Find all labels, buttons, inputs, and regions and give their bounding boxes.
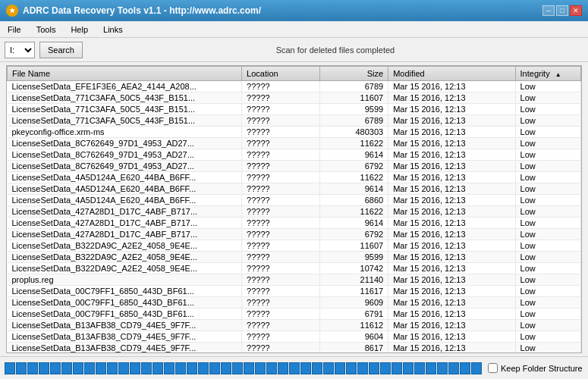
table-row[interactable]: LicenseSetData_B322DA9C_A2E2_4058_9E4E..… xyxy=(8,252,581,263)
progress-block xyxy=(5,362,15,374)
menu-file[interactable]: File xyxy=(3,24,26,35)
progress-block xyxy=(369,362,379,374)
progress-block xyxy=(27,362,38,374)
col-header-modified[interactable]: Modified xyxy=(388,67,515,81)
cell-size: 10742 xyxy=(320,263,388,274)
cell-size: 11622 xyxy=(320,172,388,183)
cell-location: ????? xyxy=(242,263,320,274)
table-row[interactable]: LicenseSetData_B13AFB38_CD79_44E5_9F7F..… xyxy=(8,343,581,354)
search-button[interactable]: Search xyxy=(39,42,83,58)
table-row[interactable]: LicenseSetData_427A28D1_D17C_4ABF_B717..… xyxy=(8,206,581,218)
cell-size: 8617 xyxy=(320,343,388,354)
cell-size: 6792 xyxy=(320,229,388,240)
table-row[interactable]: LicenseSetData_4A5D124A_E620_44BA_B6FF..… xyxy=(8,195,581,206)
col-header-size[interactable]: Size xyxy=(320,67,388,81)
table-row[interactable]: LicenseSetData_B322DA9C_A2E2_4058_9E4E..… xyxy=(8,263,581,274)
progress-block xyxy=(164,362,175,374)
table-row[interactable]: proplus.reg ????? 21140 Mar 15 2016, 12:… xyxy=(8,274,581,286)
table-row[interactable]: LicenseSetData_4A5D124A_E620_44BA_B6FF..… xyxy=(8,172,581,183)
cell-integrity: Low xyxy=(515,218,580,229)
drive-select[interactable]: I: xyxy=(5,42,35,58)
table-row[interactable]: LicenseSetData_771C3AFA_50C5_443F_B151..… xyxy=(8,115,581,127)
table-row[interactable]: pkeyconfig-office.xrm-ms ????? 480303 Ma… xyxy=(8,127,581,138)
progress-block xyxy=(96,362,106,374)
cell-name: LicenseSetData_00C79FF1_6850_443D_BF61..… xyxy=(8,286,242,297)
table-row[interactable]: LicenseSetData_8C762649_97D1_4953_AD27..… xyxy=(8,161,581,172)
cell-size: 11607 xyxy=(320,240,388,252)
cell-size: 9614 xyxy=(320,149,388,161)
table-row[interactable]: LicenseSetData_771C3AFA_50C5_443F_B151..… xyxy=(8,92,581,104)
maximize-button[interactable]: □ xyxy=(556,5,568,16)
cell-integrity: Low xyxy=(515,183,580,195)
table-row[interactable]: LicenseSetData_B322DA9C_A2E2_4058_9E4E..… xyxy=(8,240,581,252)
cell-modified: Mar 15 2016, 12:13 xyxy=(388,81,515,92)
cell-modified: Mar 15 2016, 12:13 xyxy=(388,343,515,354)
file-table: File Name Location Size Modified Integri… xyxy=(7,66,581,353)
cell-name: LicenseSetData_B322DA9C_A2E2_4058_9E4E..… xyxy=(8,263,242,274)
cell-modified: Mar 15 2016, 12:13 xyxy=(388,240,515,252)
table-row[interactable]: LicenseSetData_427A28D1_D17C_4ABF_B717..… xyxy=(8,218,581,229)
menu-links[interactable]: Links xyxy=(99,24,127,35)
cell-name: LicenseSetData_8C762649_97D1_4953_AD27..… xyxy=(8,149,242,161)
cell-location: ????? xyxy=(242,149,320,161)
progress-block xyxy=(300,362,311,374)
cell-modified: Mar 15 2016, 12:13 xyxy=(388,172,515,183)
cell-name: LicenseSetData_427A28D1_D17C_4ABF_B717..… xyxy=(8,218,242,229)
cell-integrity: Low xyxy=(515,81,580,92)
col-header-integrity[interactable]: Integrity ▲ xyxy=(515,67,580,81)
cell-integrity: Low xyxy=(515,240,580,252)
cell-modified: Mar 15 2016, 12:13 xyxy=(388,127,515,138)
table-row[interactable]: LicenseSetData_771C3AFA_50C5_443F_B151..… xyxy=(8,104,581,115)
cell-location: ????? xyxy=(242,115,320,127)
cell-size: 9609 xyxy=(320,297,388,309)
cell-name: LicenseSetData_4A5D124A_E620_44BA_B6FF..… xyxy=(8,172,242,183)
progress-block xyxy=(198,362,209,374)
progress-block xyxy=(312,362,322,374)
table-row[interactable]: LicenseSetData_00C79FF1_6850_443D_BF61..… xyxy=(8,286,581,297)
table-row[interactable]: LicenseSetData_B13AFB38_CD79_44E5_9F7F..… xyxy=(8,331,581,343)
progress-block xyxy=(471,362,482,374)
cell-modified: Mar 15 2016, 12:13 xyxy=(388,161,515,172)
menu-tools[interactable]: Tools xyxy=(32,24,61,35)
progress-block xyxy=(289,362,300,374)
progress-block xyxy=(460,362,470,374)
cell-name: LicenseSetData_771C3AFA_50C5_443F_B151..… xyxy=(8,115,242,127)
cell-size: 11617 xyxy=(320,286,388,297)
cell-name: LicenseSetData_B13AFB38_CD79_44E5_9F7F..… xyxy=(8,343,242,354)
table-row[interactable]: LicenseSetData_427A28D1_D17C_4ABF_B717..… xyxy=(8,229,581,240)
table-row[interactable]: LicenseSetData_EFE1F3E6_AEA2_4144_A208..… xyxy=(8,81,581,92)
close-button[interactable]: ✕ xyxy=(570,5,582,16)
table-row[interactable]: LicenseSetData_00C79FF1_6850_443D_BF61..… xyxy=(8,309,581,320)
progress-block xyxy=(209,362,220,374)
cell-location: ????? xyxy=(242,252,320,263)
cell-integrity: Low xyxy=(515,343,580,354)
cell-name: LicenseSetData_00C79FF1_6850_443D_BF61..… xyxy=(8,309,242,320)
minimize-button[interactable]: ─ xyxy=(542,5,555,16)
progress-block xyxy=(39,362,49,374)
col-header-name[interactable]: File Name xyxy=(8,67,242,81)
col-header-location[interactable]: Location xyxy=(242,67,320,81)
keep-folder-checkbox[interactable] xyxy=(488,363,498,373)
progress-block xyxy=(448,362,459,374)
cell-location: ????? xyxy=(242,127,320,138)
cell-modified: Mar 15 2016, 12:13 xyxy=(388,115,515,127)
table-header-row: File Name Location Size Modified Integri… xyxy=(8,67,581,81)
cell-size: 6789 xyxy=(320,115,388,127)
cell-location: ????? xyxy=(242,343,320,354)
cell-name: LicenseSetData_EFE1F3E6_AEA2_4144_A208..… xyxy=(8,81,242,92)
table-row[interactable]: LicenseSetData_00C79FF1_6850_443D_BF61..… xyxy=(8,297,581,309)
progress-block xyxy=(244,362,254,374)
table-row[interactable]: LicenseSetData_8C762649_97D1_4953_AD27..… xyxy=(8,138,581,149)
window-controls: ─ □ ✕ xyxy=(542,5,582,16)
cell-modified: Mar 15 2016, 12:13 xyxy=(388,229,515,240)
cell-integrity: Low xyxy=(515,229,580,240)
table-row[interactable]: LicenseSetData_B13AFB38_CD79_44E5_9F7F..… xyxy=(8,320,581,331)
file-table-container[interactable]: File Name Location Size Modified Integri… xyxy=(6,65,582,353)
menu-help[interactable]: Help xyxy=(66,24,93,35)
cell-modified: Mar 15 2016, 12:13 xyxy=(388,320,515,331)
cell-integrity: Low xyxy=(515,309,580,320)
progress-block xyxy=(278,362,288,374)
table-row[interactable]: LicenseSetData_8C762649_97D1_4953_AD27..… xyxy=(8,149,581,161)
progress-block xyxy=(221,362,231,374)
table-row[interactable]: LicenseSetData_4A5D124A_E620_44BA_B6FF..… xyxy=(8,183,581,195)
